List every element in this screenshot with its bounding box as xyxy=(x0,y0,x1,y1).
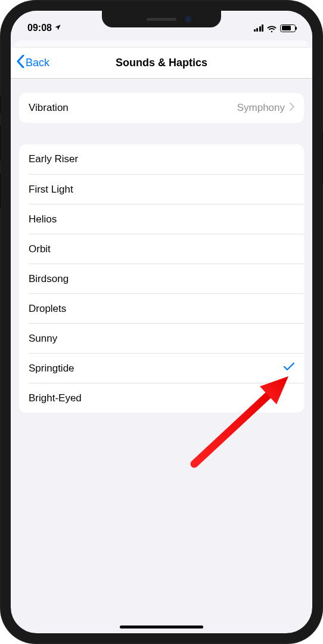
sound-label: Bright-Eyed xyxy=(29,392,82,404)
page-title: Sounds & Haptics xyxy=(116,57,207,69)
sound-row[interactable]: Droplets xyxy=(29,293,304,323)
cellular-signal-icon xyxy=(254,24,264,32)
battery-icon xyxy=(280,24,296,32)
sound-label: Droplets xyxy=(29,303,66,315)
vibration-group: Vibration Symphony xyxy=(19,93,304,123)
sound-label: Early Riser xyxy=(29,153,78,165)
hardware-buttons-left xyxy=(0,95,1,209)
nav-bar: Back Sounds & Haptics xyxy=(11,48,312,79)
wifi-icon xyxy=(267,24,277,32)
sound-label: Birdsong xyxy=(29,273,69,285)
sound-row[interactable]: Helios xyxy=(29,204,304,234)
sound-label: Orbit xyxy=(29,243,51,255)
sound-label: Springtide xyxy=(29,363,74,374)
status-time: 09:08 xyxy=(27,23,52,33)
phone-screen: 09:08 Back Sounds & Haptics xyxy=(11,11,312,633)
location-arrow-icon xyxy=(54,24,61,33)
sound-row[interactable]: First Light xyxy=(29,174,304,204)
sound-row[interactable]: Sunny xyxy=(29,323,304,353)
chevron-right-icon xyxy=(290,102,294,114)
sound-row[interactable]: Orbit xyxy=(29,234,304,264)
vibration-row[interactable]: Vibration Symphony xyxy=(19,93,304,123)
home-indicator[interactable] xyxy=(120,626,203,628)
nav-stack-shadow xyxy=(14,41,309,48)
vibration-value: Symphony xyxy=(237,102,285,114)
checkmark-icon xyxy=(284,362,294,374)
sound-row[interactable]: Springtide xyxy=(29,353,304,383)
content-scroll[interactable]: Vibration Symphony Early RiserFirst Ligh… xyxy=(11,79,312,413)
sound-row[interactable]: Early Riser xyxy=(19,144,304,174)
notch xyxy=(102,11,221,27)
sounds-group: Early RiserFirst LightHeliosOrbitBirdson… xyxy=(19,144,304,413)
sound-label: Helios xyxy=(29,213,57,225)
sound-label: First Light xyxy=(29,184,73,196)
back-label: Back xyxy=(26,57,49,69)
phone-frame: 09:08 Back Sounds & Haptics xyxy=(0,0,323,644)
back-button[interactable]: Back xyxy=(17,55,49,71)
vibration-label: Vibration xyxy=(29,102,69,114)
sound-row[interactable]: Birdsong xyxy=(29,264,304,293)
chevron-left-icon xyxy=(17,55,24,71)
sound-label: Sunny xyxy=(29,333,57,345)
sound-row[interactable]: Bright-Eyed xyxy=(29,383,304,413)
